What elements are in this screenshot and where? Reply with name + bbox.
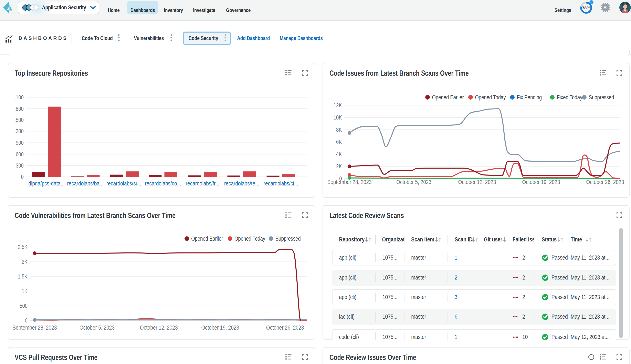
svg-text:,500: ,500 [15, 117, 24, 123]
svg-text:Opened Earlier: Opened Earlier [432, 94, 464, 100]
svg-text:4K: 4K [336, 151, 342, 157]
svg-text:October 12, 2023: October 12, 2023 [140, 324, 178, 331]
svg-text:recardolabs/su...: recardolabs/su... [106, 180, 142, 187]
svg-text:recardolabs/te...: recardolabs/te... [224, 180, 259, 187]
svg-text:October 26, 2023: October 26, 2023 [586, 178, 624, 185]
svg-text:78%: 78% [582, 6, 590, 10]
svg-text:Fix Pending: Fix Pending [517, 94, 542, 100]
svg-text:,100: ,100 [15, 94, 24, 100]
svg-text:October 26, 2023: October 26, 2023 [266, 324, 304, 331]
svg-text:0: 0 [25, 317, 28, 324]
svg-text:1.5K: 1.5K [18, 273, 28, 280]
svg-text:2K: 2K [22, 258, 28, 265]
svg-text:900: 900 [16, 140, 24, 146]
svg-text:Opened Today: Opened Today [475, 94, 506, 100]
svg-text:,200: ,200 [15, 128, 24, 134]
svg-text:6K: 6K [336, 139, 342, 145]
svg-text:12K: 12K [334, 102, 342, 108]
svg-text:10K: 10K [334, 114, 342, 121]
svg-text:recardolabs/ci...: recardolabs/ci... [264, 180, 298, 187]
svg-text:600: 600 [16, 151, 24, 158]
svg-text:Suppressed: Suppressed [589, 94, 614, 100]
svg-text:8K: 8K [336, 126, 342, 133]
svg-text:0: 0 [21, 174, 24, 180]
svg-text:300: 300 [16, 162, 24, 169]
svg-text:Opened Earlier: Opened Earlier [191, 235, 223, 242]
svg-text:Fixed Today: Fixed Today [557, 94, 582, 100]
svg-text:October 12, 2023: October 12, 2023 [458, 178, 496, 185]
svg-text:recardolabs/fr...: recardolabs/fr... [186, 180, 219, 187]
svg-text:2K: 2K [336, 163, 342, 170]
svg-text:500: 500 [20, 302, 28, 309]
svg-text:AI: AI [604, 5, 607, 10]
svg-text:October 19, 2023: October 19, 2023 [522, 178, 560, 185]
svg-text:October 5, 2023: October 5, 2023 [80, 324, 115, 331]
svg-text:Opened Today: Opened Today [235, 235, 265, 242]
svg-text:recardolabs/ba...: recardolabs/ba... [67, 180, 104, 187]
svg-text:Suppressed: Suppressed [275, 235, 301, 242]
svg-text:2.5K: 2.5K [18, 244, 28, 250]
svg-text:,800: ,800 [15, 106, 24, 112]
svg-text:October 5, 2023: October 5, 2023 [396, 178, 432, 185]
svg-text:1K: 1K [22, 288, 28, 294]
svg-text:October 19, 2023: October 19, 2023 [201, 324, 239, 331]
svg-text:recardolabs/co...: recardolabs/co... [145, 180, 181, 187]
svg-text:September 28, 2023: September 28, 2023 [13, 324, 57, 331]
svg-text:dlpqa/pcs-data...: dlpqa/pcs-data... [28, 180, 64, 187]
